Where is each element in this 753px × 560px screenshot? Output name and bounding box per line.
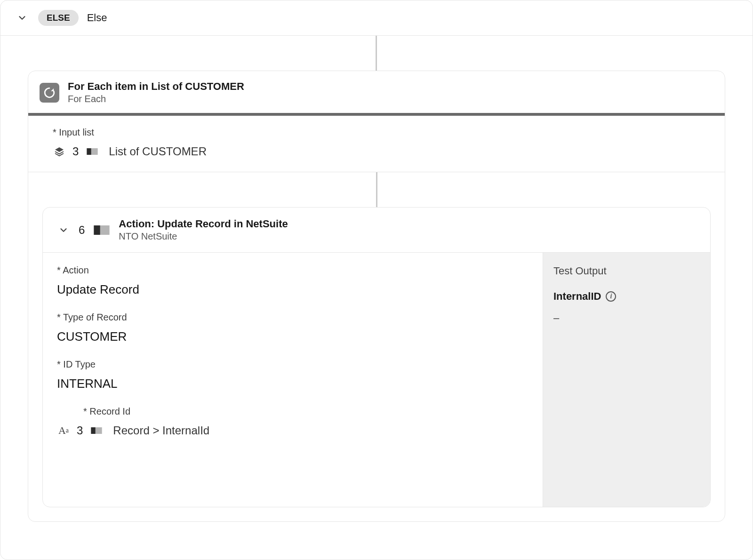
input-list-label: * Input list [53, 127, 713, 138]
test-output-row: InternalID i [553, 290, 700, 303]
field-label: * Record Id [83, 406, 529, 417]
field-value: Update Record [57, 282, 529, 297]
connector-line [376, 36, 377, 71]
netsuite-icon [92, 221, 111, 240]
action-header[interactable]: 6 Action: Update Record in NetSuite NTO … [43, 208, 710, 253]
test-output-title: Test Output [553, 265, 700, 277]
record-id-step: 3 [77, 424, 83, 437]
foreach-card[interactable]: For Each item in List of CUSTOMER For Ea… [28, 71, 725, 522]
test-output-panel: Test Output InternalID i – [543, 253, 710, 507]
netsuite-icon [85, 144, 99, 159]
input-list-value-row[interactable]: 3 List of CUSTOMER [53, 144, 713, 159]
svg-rect-3 [100, 225, 110, 235]
field-label: * ID Type [57, 359, 529, 370]
flow-canvas: ELSE Else For Each item in List of CUSTO… [0, 0, 753, 560]
svg-rect-1 [91, 148, 98, 155]
input-list-section: * Input list 3 List of CUSTOMER [28, 116, 725, 172]
foreach-title: For Each item in List of CUSTOMER [68, 80, 244, 93]
field-type-of-record[interactable]: * Type of Record CUSTOMER [57, 312, 529, 344]
text-type-icon: Aa [57, 424, 70, 437]
field-record-id[interactable]: * Record Id Aa 3 Record > InternalId [57, 406, 529, 438]
connector-line [376, 172, 377, 207]
else-label: Else [87, 12, 107, 24]
svg-rect-5 [96, 427, 102, 434]
info-icon[interactable]: i [606, 291, 616, 302]
layers-icon [53, 145, 66, 158]
netsuite-icon [89, 424, 104, 438]
else-badge: ELSE [38, 10, 79, 26]
input-list-value: List of CUSTOMER [109, 145, 207, 158]
field-label: * Type of Record [57, 312, 529, 323]
action-step: 6 [79, 224, 85, 237]
chevron-down-icon[interactable] [15, 10, 30, 25]
else-bar[interactable]: ELSE Else [0, 0, 753, 36]
output-name: InternalID [553, 290, 601, 303]
record-id-value: Record > InternalId [113, 424, 209, 437]
field-id-type[interactable]: * ID Type INTERNAL [57, 359, 529, 391]
action-subtitle: NTO NetSuite [119, 231, 288, 242]
action-card[interactable]: 6 Action: Update Record in NetSuite NTO … [42, 207, 711, 507]
chevron-down-icon[interactable] [56, 223, 71, 238]
field-action[interactable]: * Action Update Record [57, 265, 529, 297]
foreach-subtitle: For Each [68, 94, 244, 104]
action-title: Action: Update Record in NetSuite [119, 218, 288, 230]
foreach-title-block: For Each item in List of CUSTOMER For Ea… [68, 80, 244, 104]
action-title-block: Action: Update Record in NetSuite NTO Ne… [119, 218, 288, 242]
input-list-step: 3 [72, 145, 79, 158]
field-value: INTERNAL [57, 376, 529, 391]
loop-icon [40, 83, 59, 103]
field-label: * Action [57, 265, 529, 276]
field-value: CUSTOMER [57, 329, 529, 344]
foreach-header[interactable]: For Each item in List of CUSTOMER For Ea… [28, 71, 725, 113]
action-fields: * Action Update Record * Type of Record … [43, 253, 543, 507]
output-value: – [553, 312, 700, 324]
